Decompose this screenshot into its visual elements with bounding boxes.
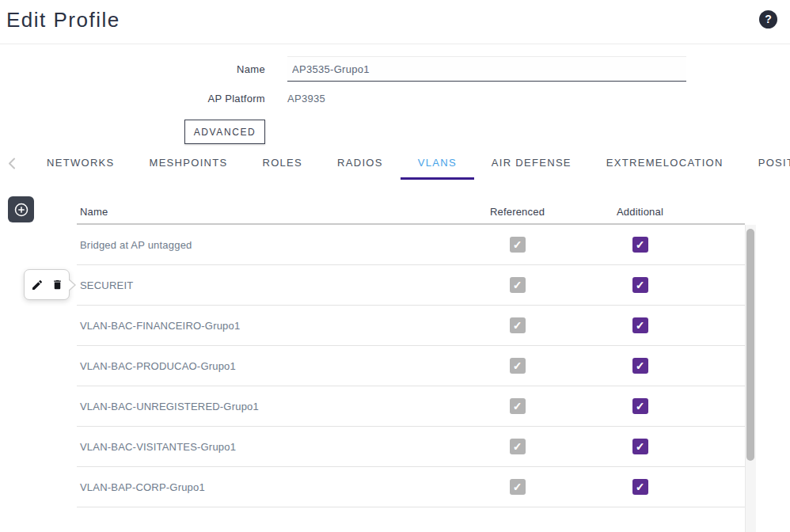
tab-radios[interactable]: RADIOS xyxy=(320,147,401,180)
tab-bar: NETWORKS MESHPOINTS ROLES RADIOS VLANS A… xyxy=(0,147,790,180)
additional-checkbox[interactable]: ✓ xyxy=(632,479,648,495)
name-field-label: Name xyxy=(119,63,265,75)
column-header-name: Name xyxy=(77,206,456,218)
additional-checkbox[interactable]: ✓ xyxy=(632,277,648,293)
pencil-icon xyxy=(31,279,44,291)
trash-icon xyxy=(51,278,63,291)
vlan-name-link[interactable]: VLAN-BAC-FINANCEIRO-Grupo1 xyxy=(77,320,456,332)
edit-row-button[interactable] xyxy=(31,279,44,291)
additional-checkbox[interactable]: ✓ xyxy=(632,237,648,253)
table-row: VLAN-BAC-VISITANTES-Grupo1 ✓ ✓ xyxy=(77,427,745,467)
tab-positioning[interactable]: POSITIONING xyxy=(741,147,790,180)
tab-extremelocation[interactable]: EXTREMELOCATION xyxy=(589,147,741,180)
ap-platform-value: AP3935 xyxy=(287,93,325,104)
referenced-checkbox: ✓ xyxy=(510,317,526,333)
advanced-button[interactable]: ADVANCED xyxy=(184,120,265,144)
ap-platform-label: AP Platform xyxy=(119,93,265,104)
help-icon[interactable]: ? xyxy=(759,10,777,28)
table-row: Bridged at AP untagged ✓ ✓ xyxy=(77,225,745,265)
page-header: Edit Profile ? xyxy=(0,0,790,44)
delete-row-button[interactable] xyxy=(51,278,63,291)
tab-vlans[interactable]: VLANS xyxy=(401,147,474,180)
vlan-name-link[interactable]: VLAN-BAC-UNREGISTERED-Grupo1 xyxy=(77,401,456,412)
referenced-checkbox: ✓ xyxy=(510,479,526,495)
additional-checkbox[interactable]: ✓ xyxy=(632,317,648,333)
referenced-checkbox: ✓ xyxy=(510,237,526,253)
table-row: VLAN-BAC-UNREGISTERED-Grupo1 ✓ ✓ xyxy=(77,386,745,427)
tab-air-defense[interactable]: AIR DEFENSE xyxy=(474,147,589,180)
tab-roles[interactable]: ROLES xyxy=(245,147,320,180)
tabs-scroll-left-button[interactable] xyxy=(8,158,16,173)
name-input[interactable] xyxy=(287,56,686,82)
table-row: VLAN-BAC-FINANCEIRO-Grupo1 ✓ ✓ xyxy=(77,306,745,346)
table-row: VLAN-BAP-CORP-Grupo1 ✓ ✓ xyxy=(77,467,745,507)
vlan-name-link[interactable]: VLAN-BAC-VISITANTES-Grupo1 xyxy=(77,441,456,453)
page-title: Edit Profile xyxy=(6,8,120,32)
tab-networks[interactable]: NETWORKS xyxy=(29,147,132,180)
referenced-checkbox: ✓ xyxy=(510,439,526,454)
additional-checkbox[interactable]: ✓ xyxy=(632,358,648,374)
vlan-name-link[interactable]: VLAN-BAP-CORP-Grupo1 xyxy=(77,481,456,493)
circle-plus-icon xyxy=(13,202,29,218)
add-vlan-button[interactable] xyxy=(8,196,34,222)
referenced-checkbox: ✓ xyxy=(510,277,526,293)
row-actions-popover xyxy=(24,269,70,300)
vlan-name-link[interactable]: VLAN-BAC-PRODUCAO-Grupo1 xyxy=(77,360,456,372)
vlan-name-link[interactable]: Bridged at AP untagged xyxy=(77,239,456,251)
column-header-additional: Additional xyxy=(579,206,701,218)
edit-profile-screen: Edit Profile ? Name AP Platform AP3935 A… xyxy=(0,0,790,532)
additional-checkbox[interactable]: ✓ xyxy=(632,439,648,454)
table-header-row: Name Referenced Additional xyxy=(77,200,745,225)
chevron-left-icon xyxy=(8,158,16,169)
table-row: SECUREIT ✓ ✓ xyxy=(77,265,745,306)
additional-checkbox[interactable]: ✓ xyxy=(632,398,648,414)
table-row: VLAN-BAC-PRODUCAO-Grupo1 ✓ ✓ xyxy=(77,346,745,386)
vlan-name-link[interactable]: SECUREIT xyxy=(77,279,456,291)
column-header-referenced: Referenced xyxy=(456,206,579,218)
referenced-checkbox: ✓ xyxy=(510,358,526,374)
vlans-table: Name Referenced Additional Bridged at AP… xyxy=(77,200,745,507)
tab-list: NETWORKS MESHPOINTS ROLES RADIOS VLANS A… xyxy=(29,147,790,180)
tab-meshpoints[interactable]: MESHPOINTS xyxy=(132,147,245,180)
referenced-checkbox: ✓ xyxy=(510,398,526,414)
table-scrollbar-thumb[interactable] xyxy=(746,229,754,461)
